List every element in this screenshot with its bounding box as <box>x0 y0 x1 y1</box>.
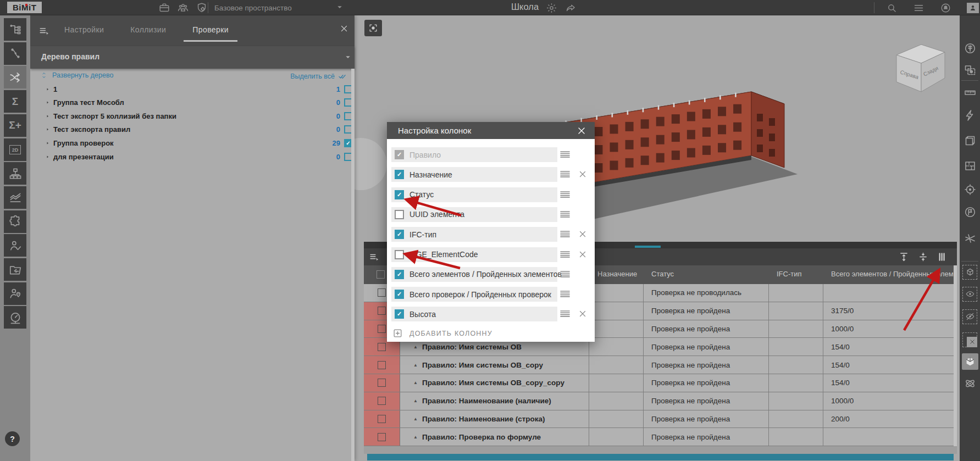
column-checkbox[interactable] <box>395 210 404 219</box>
caret-right-icon[interactable] <box>45 127 50 132</box>
row-checkbox[interactable] <box>378 343 386 351</box>
column-checkbox[interactable]: ✓ <box>395 270 404 279</box>
horizontal-scrollbar[interactable] <box>367 454 954 460</box>
column-checkbox[interactable]: ✓ <box>395 230 404 239</box>
collapse-triangle-icon[interactable]: ▲ <box>413 398 418 403</box>
table-row[interactable]: ▲Правило: Наименование (строка)Проверка … <box>364 410 957 429</box>
toolbar-item-user-location[interactable] <box>4 282 26 305</box>
tab-коллизии[interactable]: Коллизии <box>130 22 166 37</box>
toolbar-item-model-tree[interactable] <box>4 18 26 41</box>
add-column-button[interactable]: ДОБАВИТЬ КОЛОННУ <box>391 326 492 341</box>
row-checkbox[interactable] <box>378 415 386 423</box>
column-header[interactable]: IFC-тип <box>777 270 802 278</box>
remove-column-icon[interactable] <box>578 229 588 239</box>
toolbar-item-dashboard[interactable] <box>4 306 26 329</box>
tab-настройки[interactable]: Настройки <box>64 22 104 37</box>
tree-item[interactable]: Группа тест Мособл0 <box>30 96 351 109</box>
toolbar-item-floorplan[interactable] <box>960 156 980 176</box>
drag-handle-icon[interactable] <box>558 268 572 281</box>
tab-проверки[interactable]: Проверки <box>192 22 229 37</box>
drag-handle-icon[interactable] <box>558 248 572 261</box>
workspace-selector[interactable]: Базовое пространство <box>214 0 292 15</box>
close-icon[interactable] <box>576 125 587 136</box>
column-checkbox[interactable]: ✓ <box>395 170 404 179</box>
toolbar-item-orbit[interactable] <box>960 374 980 393</box>
collapse-triangle-icon[interactable]: ▲ <box>413 345 418 349</box>
row-checkbox[interactable] <box>378 325 386 333</box>
expand-tree-button[interactable]: Развернуть дерево <box>40 71 113 79</box>
row-collapse-icon[interactable] <box>917 251 929 263</box>
drag-handle-icon[interactable] <box>558 208 572 221</box>
close-icon[interactable] <box>339 24 349 34</box>
table-menu-icon[interactable] <box>368 251 380 263</box>
toolbar-item-show-elements[interactable] <box>960 284 980 304</box>
collapse-triangle-icon[interactable]: ▲ <box>413 435 418 440</box>
menu-list-icon[interactable] <box>913 2 924 14</box>
column-checkbox[interactable]: ✓ <box>395 309 404 319</box>
caret-right-icon[interactable] <box>45 100 50 105</box>
collapse-triangle-icon[interactable]: ▲ <box>413 380 418 385</box>
navigation-cube[interactable]: Справа Сзади <box>889 40 950 95</box>
scrollbar-track[interactable] <box>954 265 957 446</box>
drag-handle-icon[interactable] <box>558 227 572 241</box>
toolbar-item-view-tree[interactable] <box>960 38 980 58</box>
team-icon[interactable] <box>177 2 189 14</box>
share-icon[interactable] <box>565 2 577 14</box>
toolbar-item-folder-share[interactable] <box>4 258 26 281</box>
toolbar-item-axes[interactable] <box>960 229 980 248</box>
caret-right-icon[interactable] <box>45 154 50 159</box>
toolbar-item-sheet-2d[interactable]: 2D <box>4 138 26 161</box>
toolbar-item-user-check[interactable] <box>4 234 26 257</box>
toolbar-item-hide-elements[interactable] <box>960 307 980 326</box>
column-checkbox[interactable] <box>395 250 404 259</box>
column-checkbox[interactable]: ✓ <box>395 190 404 199</box>
column-checkbox[interactable]: ✓ <box>395 290 404 299</box>
toolbar-item-isolate-box[interactable] <box>960 262 980 282</box>
drag-handle-icon[interactable] <box>558 307 572 320</box>
tree-item[interactable]: Тест экспорта правил0 <box>30 123 351 136</box>
collapse-triangle-icon[interactable]: ▲ <box>413 363 418 368</box>
column-header[interactable]: Статус <box>651 270 674 278</box>
toolbar-item-plugins[interactable] <box>4 210 26 233</box>
rule-tree-selector[interactable]: Дерево правил <box>30 46 355 69</box>
toolbar-item-dependencies[interactable] <box>4 42 26 65</box>
drag-handle-icon[interactable] <box>558 168 572 181</box>
account-icon[interactable] <box>967 3 979 13</box>
toolbar-item-locate[interactable] <box>960 180 980 199</box>
table-row[interactable]: ▲Правило: Проверка по формулеПроверка не… <box>364 428 957 446</box>
row-expand-icon[interactable] <box>898 251 910 263</box>
caret-right-icon[interactable] <box>45 141 50 146</box>
scrollbar[interactable] <box>351 69 355 461</box>
app-logo[interactable]: BiMiT <box>7 2 42 13</box>
caret-right-icon[interactable] <box>45 87 50 92</box>
row-checkbox[interactable] <box>378 361 386 369</box>
toolbar-item-clear-selection[interactable] <box>960 330 980 349</box>
gear-icon[interactable] <box>546 2 557 14</box>
tree-item[interactable]: Тест экспорт 5 коллизий без папки0 <box>30 109 351 123</box>
remove-column-icon[interactable] <box>578 249 588 259</box>
toolbar-item-summary-add[interactable]: Σ+ <box>4 114 26 137</box>
drag-handle-icon[interactable] <box>558 287 572 301</box>
tree-item[interactable]: Группа проверок29✓ <box>30 136 351 149</box>
row-checkbox[interactable] <box>378 397 386 405</box>
table-row[interactable]: ▲Правило: Имя системы ОВ_copy_copyПровер… <box>364 374 957 392</box>
toolbar-item-clash-detection[interactable] <box>4 66 26 88</box>
select-all-button[interactable]: Выделить всё <box>290 71 348 81</box>
collapse-triangle-icon[interactable]: ▲ <box>413 416 418 421</box>
tree-item[interactable]: для презентации0 <box>30 150 351 163</box>
toolbar-item-charts[interactable] <box>4 186 26 209</box>
caret-right-icon[interactable] <box>45 114 50 119</box>
toolbar-item-measure[interactable] <box>960 82 980 102</box>
toolbar-item-section[interactable] <box>960 105 980 125</box>
toolbar-item-solid-view[interactable] <box>960 352 980 371</box>
drag-handle-icon[interactable] <box>558 148 572 161</box>
briefcase-icon[interactable] <box>158 2 170 14</box>
table-row[interactable]: ▲Правило: Имя системы ОВ_copyПроверка не… <box>364 356 957 374</box>
row-checkbox[interactable] <box>378 288 386 297</box>
notifications-icon[interactable] <box>940 2 951 14</box>
toolbar-item-structure[interactable] <box>4 162 26 185</box>
select-all-checkbox[interactable] <box>377 270 385 279</box>
panel-menu-icon[interactable] <box>38 25 51 37</box>
toolbar-item-summary[interactable]: Σ <box>4 90 26 113</box>
remove-column-icon[interactable] <box>578 309 588 319</box>
